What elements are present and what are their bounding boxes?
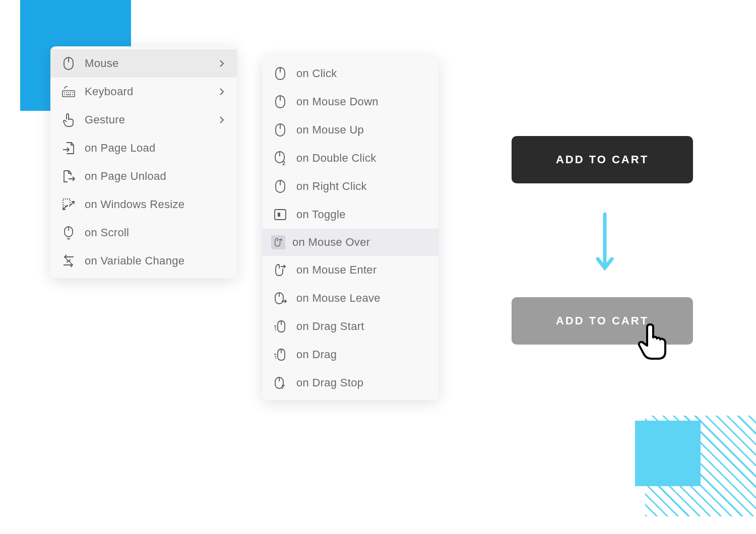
menu-item-page-load[interactable]: on Page Load bbox=[50, 134, 237, 162]
menu-item-gesture[interactable]: Gesture bbox=[50, 106, 237, 134]
submenu-item-label: on Right Click bbox=[296, 180, 427, 193]
submenu-item-label: on Mouse Over bbox=[292, 236, 427, 249]
chevron-right-icon bbox=[218, 116, 226, 124]
mouse-enter-icon bbox=[273, 263, 287, 277]
variable-change-icon bbox=[61, 254, 76, 268]
mouse-icon bbox=[61, 56, 76, 71]
mouse-double-icon: 2 bbox=[273, 151, 287, 165]
svg-rect-26 bbox=[278, 213, 280, 217]
window-resize-icon bbox=[61, 197, 76, 212]
menu-item-label: Gesture bbox=[85, 113, 209, 126]
menu-item-label: on Page Unload bbox=[85, 170, 226, 183]
button-label: ADD TO CART bbox=[556, 153, 649, 166]
mouse-icon bbox=[273, 66, 287, 81]
submenu-item-label: on Drag Start bbox=[296, 320, 427, 333]
submenu-item-label: on Drag bbox=[296, 348, 427, 361]
drag-icon bbox=[273, 348, 287, 362]
page-unload-icon bbox=[61, 169, 76, 183]
menu-item-label: on Page Load bbox=[85, 142, 226, 155]
drag-start-icon bbox=[273, 319, 287, 333]
menu-item-mouse[interactable]: Mouse bbox=[50, 49, 237, 78]
submenu-item-label: on Click bbox=[296, 67, 427, 80]
svg-text:2: 2 bbox=[282, 160, 285, 166]
submenu-item-click[interactable]: on Click bbox=[262, 59, 438, 88]
gesture-icon bbox=[61, 113, 76, 127]
submenu-item-label: on Double Click bbox=[296, 152, 427, 165]
menu-item-label: on Variable Change bbox=[85, 254, 226, 268]
trigger-menu: Mouse Keyboard Gesture bbox=[50, 46, 237, 278]
menu-item-window-resize[interactable]: on Windows Resize bbox=[50, 190, 237, 219]
submenu-item-mouse-leave[interactable]: on Mouse Leave bbox=[262, 284, 438, 312]
menu-item-variable-change[interactable]: on Variable Change bbox=[50, 247, 237, 275]
menu-item-keyboard[interactable]: Keyboard bbox=[50, 78, 237, 106]
add-to-cart-button-default[interactable]: ADD TO CART bbox=[512, 136, 693, 183]
chevron-right-icon bbox=[218, 88, 226, 96]
menu-item-label: on Scroll bbox=[85, 226, 226, 239]
submenu-item-drag[interactable]: on Drag bbox=[262, 341, 438, 369]
chevron-right-icon bbox=[218, 59, 226, 68]
submenu-item-drag-start[interactable]: on Drag Start bbox=[262, 312, 438, 341]
menu-item-scroll[interactable]: on Scroll bbox=[50, 219, 237, 247]
submenu-item-label: on Drag Stop bbox=[296, 376, 427, 389]
svg-rect-11 bbox=[63, 199, 70, 206]
svg-rect-2 bbox=[62, 91, 75, 97]
submenu-item-right-click[interactable]: on Right Click bbox=[262, 172, 438, 201]
drag-stop-icon bbox=[273, 376, 287, 390]
menu-item-label: Keyboard bbox=[85, 85, 209, 98]
decorative-hatch-pattern bbox=[645, 416, 756, 516]
arrow-down-icon bbox=[595, 212, 615, 272]
mouse-icon bbox=[273, 123, 287, 137]
submenu-item-label: on Mouse Leave bbox=[296, 292, 427, 305]
menu-item-label: Mouse bbox=[85, 57, 209, 70]
menu-item-page-unload[interactable]: on Page Unload bbox=[50, 162, 237, 190]
submenu-item-mouse-enter[interactable]: on Mouse Enter bbox=[262, 256, 438, 284]
page-load-icon bbox=[61, 141, 76, 155]
submenu-item-mouse-up[interactable]: on Mouse Up bbox=[262, 116, 438, 144]
submenu-item-toggle[interactable]: on Toggle bbox=[262, 201, 438, 229]
submenu-item-double-click[interactable]: 2 on Double Click bbox=[262, 144, 438, 172]
submenu-item-label: on Mouse Down bbox=[296, 95, 427, 108]
mouse-events-submenu: on Click on Mouse Down on Mouse Up 2 on … bbox=[262, 56, 438, 400]
keyboard-icon bbox=[61, 85, 76, 99]
button-label: ADD TO CART bbox=[556, 314, 649, 327]
submenu-item-label: on Toggle bbox=[296, 208, 427, 221]
mouse-icon bbox=[273, 179, 287, 193]
submenu-item-label: on Mouse Up bbox=[296, 123, 427, 137]
toggle-icon bbox=[273, 208, 287, 222]
submenu-item-mouse-over[interactable]: on Mouse Over bbox=[262, 229, 438, 256]
submenu-item-label: on Mouse Enter bbox=[296, 263, 427, 277]
mouse-icon bbox=[273, 95, 287, 109]
scroll-icon bbox=[61, 226, 76, 240]
menu-item-label: on Windows Resize bbox=[85, 198, 226, 211]
submenu-item-mouse-down[interactable]: on Mouse Down bbox=[262, 88, 438, 116]
submenu-item-drag-stop[interactable]: on Drag Stop bbox=[262, 369, 438, 397]
pointer-hand-icon bbox=[636, 322, 670, 363]
mouse-leave-icon bbox=[273, 291, 287, 305]
mouse-over-icon bbox=[271, 235, 285, 249]
